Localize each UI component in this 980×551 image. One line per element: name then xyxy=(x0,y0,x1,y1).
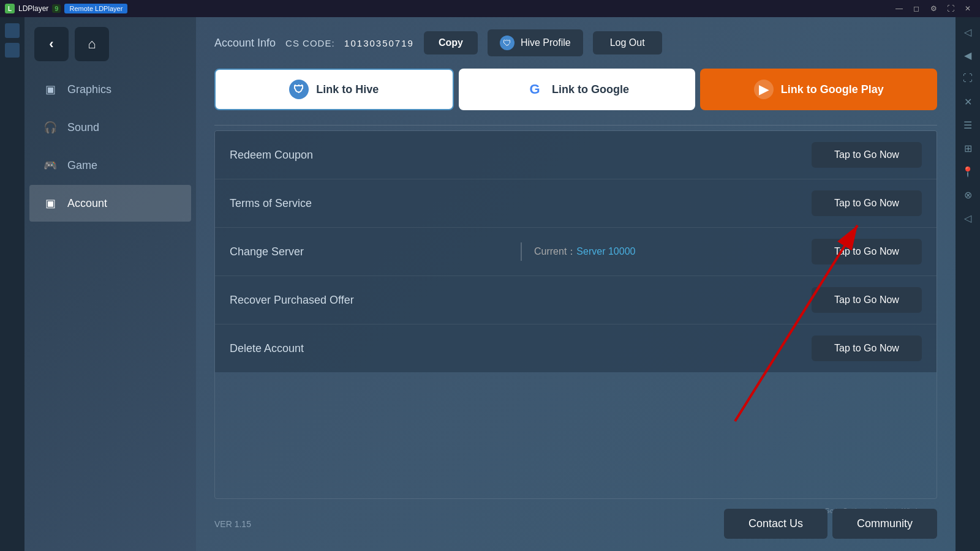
link-google-play-label: Link to Google Play xyxy=(781,83,884,96)
terms-of-service-tap-button[interactable]: Tap to Go Now xyxy=(812,190,922,216)
delete-account-label: Delete Account xyxy=(230,342,812,355)
settings-section: Redeem Coupon Tap to Go Now Terms of Ser… xyxy=(214,130,937,499)
graphics-label: Graphics xyxy=(67,83,111,96)
footer-buttons: Contact Us Community xyxy=(724,509,937,539)
footer: VER 1.15 Contact Us Community xyxy=(214,509,937,539)
right-sidebar: ◁ ◀ ⛶ ✕ ☰ ⊞ 📍 ⊗ ◁ xyxy=(956,17,980,551)
community-button[interactable]: Community xyxy=(832,509,937,539)
google-link-icon: G xyxy=(525,80,545,99)
right-sidebar-btn-6[interactable]: ⊞ xyxy=(958,138,978,158)
right-sidebar-btn-5[interactable]: ☰ xyxy=(958,115,978,135)
terms-of-service-label: Terms of Service xyxy=(230,197,812,210)
link-google-label: Link to Google xyxy=(552,83,629,96)
change-server-row: Change Server Current：Server 10000 Tap t… xyxy=(215,228,937,276)
change-server-label: Change Server xyxy=(230,246,521,258)
link-hive-label: Link to Hive xyxy=(316,83,379,96)
account-icon: ▣ xyxy=(42,195,59,212)
account-header: Account Info CS CODE: 10130350719 Copy 🛡… xyxy=(214,29,937,56)
change-server-tap-button[interactable]: Tap to Go Now xyxy=(812,239,922,264)
link-hive-button[interactable]: 🛡 Link to Hive xyxy=(214,69,454,110)
sidebar-item-sound[interactable]: 🎧 Sound xyxy=(29,109,191,146)
ldplayer-logo: L xyxy=(5,4,15,13)
close-button[interactable]: ✕ xyxy=(960,2,975,15)
main-container: ‹ ⌂ ▣ Graphics 🎧 Sound 🎮 Game ▣ Account xyxy=(0,17,980,551)
titlebar-controls: — ◻ ⚙ ⛶ ✕ xyxy=(892,2,975,15)
settings-button[interactable]: ⚙ xyxy=(926,2,941,15)
right-sidebar-btn-2[interactable]: ◀ xyxy=(958,45,978,65)
hive-profile-label: Hive Profile xyxy=(521,37,571,48)
content-area: Account Info CS CODE: 10130350719 Copy 🛡… xyxy=(196,17,956,551)
link-google-play-button[interactable]: ▶ Link to Google Play xyxy=(700,69,937,110)
minimize-button[interactable]: — xyxy=(892,2,907,15)
hive-profile-icon: 🛡 xyxy=(500,36,514,50)
cs-code-value: 10130350719 xyxy=(344,38,414,48)
recover-offer-label: Recover Purchased Offer xyxy=(230,294,812,307)
sidebar-item-account[interactable]: ▣ Account xyxy=(29,185,191,222)
nav-panel: ‹ ⌂ ▣ Graphics 🎧 Sound 🎮 Game ▣ Account xyxy=(24,17,196,551)
titlebar-left: L LDPlayer 9 Remote LDPlayer xyxy=(5,4,127,13)
right-sidebar-btn-4[interactable]: ✕ xyxy=(958,92,978,111)
link-buttons-row: 🛡 Link to Hive G Link to Google ▶ Link t… xyxy=(214,69,937,110)
nav-items: ▣ Graphics 🎧 Sound 🎮 Game ▣ Account xyxy=(24,71,196,222)
right-sidebar-btn-1[interactable]: ◁ xyxy=(958,22,978,42)
change-server-info: Current：Server 10000 xyxy=(521,242,812,261)
contact-us-button[interactable]: Contact Us xyxy=(724,509,827,539)
logout-button[interactable]: Log Out xyxy=(593,31,662,54)
sound-label: Sound xyxy=(67,121,99,134)
app-name: LDPlayer xyxy=(18,4,48,13)
right-sidebar-btn-8[interactable]: ⊗ xyxy=(958,185,978,204)
section-divider xyxy=(214,125,937,126)
delete-account-row: Delete Account Tap to Go Now xyxy=(215,324,937,372)
sidebar-item-graphics[interactable]: ▣ Graphics xyxy=(29,71,191,108)
home-button[interactable]: ⌂ xyxy=(75,27,109,61)
sidebar-item-game[interactable]: 🎮 Game xyxy=(29,147,191,184)
recover-offer-row: Recover Purchased Offer Tap to Go Now xyxy=(215,276,937,324)
back-icon: ‹ xyxy=(49,36,53,52)
right-sidebar-btn-3[interactable]: ⛶ xyxy=(958,69,978,88)
titlebar: L LDPlayer 9 Remote LDPlayer — ◻ ⚙ ⛶ ✕ xyxy=(0,0,980,17)
server-info-divider xyxy=(521,242,522,261)
redeem-coupon-tap-button[interactable]: Tap to Go Now xyxy=(812,142,922,168)
recover-offer-tap-button[interactable]: Tap to Go Now xyxy=(812,287,922,313)
home-icon: ⌂ xyxy=(88,36,96,52)
right-sidebar-btn-7[interactable]: 📍 xyxy=(958,162,978,181)
terms-of-service-row: Terms of Service Tap to Go Now xyxy=(215,179,937,228)
hive-profile-button[interactable]: 🛡 Hive Profile xyxy=(488,29,583,56)
link-google-button[interactable]: G Link to Google xyxy=(459,69,696,110)
current-server-text: Current：Server 10000 xyxy=(534,246,635,258)
remote-badge: Remote LDPlayer xyxy=(64,4,127,13)
server-value: Server 10000 xyxy=(576,246,635,257)
hive-link-icon: 🛡 xyxy=(289,80,309,99)
redeem-coupon-row: Redeem Coupon Tap to Go Now xyxy=(215,131,937,179)
back-button[interactable]: ‹ xyxy=(34,27,69,61)
graphics-icon: ▣ xyxy=(42,81,59,98)
game-label: Game xyxy=(67,159,97,172)
game-icon: 🎮 xyxy=(42,157,59,174)
sidebar-icon-2 xyxy=(5,43,20,58)
copy-button[interactable]: Copy xyxy=(424,31,478,54)
fullscreen-button[interactable]: ⛶ xyxy=(943,2,958,15)
app-version: 9 xyxy=(52,4,61,13)
nav-top-buttons: ‹ ⌂ xyxy=(24,27,196,71)
redeem-coupon-label: Redeem Coupon xyxy=(230,149,812,162)
account-label: Account xyxy=(67,197,107,210)
cs-code-label: CS CODE: 10130350719 xyxy=(285,38,414,48)
sidebar-icon-1 xyxy=(5,23,20,38)
sound-icon: 🎧 xyxy=(42,119,59,136)
account-info-label: Account Info xyxy=(214,37,276,50)
google-play-link-icon: ▶ xyxy=(754,80,774,99)
version-label: VER 1.15 xyxy=(214,519,251,529)
right-sidebar-btn-9[interactable]: ◁ xyxy=(958,208,978,228)
restore-button[interactable]: ◻ xyxy=(909,2,924,15)
left-sidebar xyxy=(0,17,24,551)
delete-account-tap-button[interactable]: Tap to Go Now xyxy=(812,335,922,361)
